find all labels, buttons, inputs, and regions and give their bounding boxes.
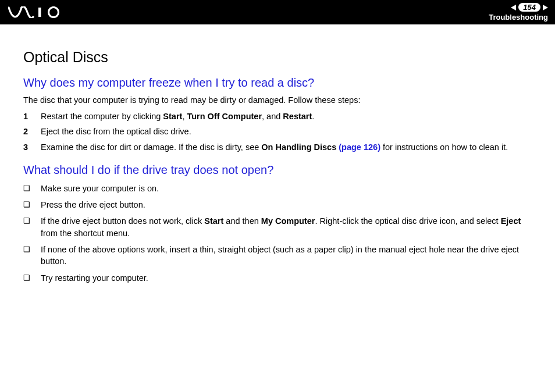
step-number: 1 — [23, 111, 30, 122]
bullet-text: Try restarting your computer. — [41, 272, 535, 284]
header-bar: 154 Troubleshooting — [0, 0, 555, 24]
step-text: Restart the computer by clicking Start, … — [41, 111, 535, 122]
next-page-arrow-icon[interactable] — [543, 5, 548, 10]
svg-rect-0 — [38, 8, 41, 17]
question-2-heading: What should I do if the drive tray does … — [23, 163, 535, 177]
page-number-nav: 154 — [511, 3, 548, 12]
question-1-intro: The disc that your computer is trying to… — [23, 95, 535, 105]
list-item: ❑ Make sure your computer is on. — [23, 183, 535, 194]
bullet-list: ❑ Make sure your computer is on. ❑ Press… — [23, 183, 535, 284]
bullet-text: If the drive eject button does not work,… — [41, 215, 535, 239]
bullet-icon: ❑ — [23, 199, 30, 211]
bullet-icon: ❑ — [23, 244, 30, 255]
step-item: 1 Restart the computer by clicking Start… — [23, 111, 535, 122]
list-item: ❑ If the drive eject button does not wor… — [23, 215, 535, 239]
header-right: 154 Troubleshooting — [489, 3, 548, 22]
svg-point-1 — [49, 8, 59, 17]
bullet-icon: ❑ — [23, 272, 30, 284]
step-number: 2 — [23, 126, 30, 137]
list-item: ❑ Try restarting your computer. — [23, 272, 535, 284]
step-text: Examine the disc for dirt or damage. If … — [41, 141, 535, 153]
bullet-text: Make sure your computer is on. — [41, 183, 535, 194]
list-item: ❑ If none of the above options work, ins… — [23, 244, 535, 268]
question-1-heading: Why does my computer freeze when I try t… — [23, 76, 535, 90]
vaio-logo — [8, 0, 64, 24]
list-item: ❑ Press the drive eject button. — [23, 199, 535, 211]
page-content: Optical Discs Why does my computer freez… — [0, 24, 555, 300]
step-number: 3 — [23, 141, 30, 153]
step-item: 3 Examine the disc for dirt or damage. I… — [23, 141, 535, 153]
bullet-icon: ❑ — [23, 183, 30, 194]
section-title: Troubleshooting — [489, 13, 548, 22]
step-text: Eject the disc from the optical disc dri… — [41, 126, 535, 137]
steps-list: 1 Restart the computer by clicking Start… — [23, 111, 535, 153]
page-link[interactable]: (page 126) — [339, 142, 380, 152]
bullet-text: Press the drive eject button. — [41, 199, 535, 211]
prev-page-arrow-icon[interactable] — [511, 5, 516, 10]
bullet-icon: ❑ — [23, 215, 30, 227]
page-number: 154 — [518, 3, 540, 12]
page-title: Optical Discs — [23, 49, 535, 66]
bullet-text: If none of the above options work, inser… — [41, 244, 535, 268]
step-item: 2 Eject the disc from the optical disc d… — [23, 126, 535, 137]
